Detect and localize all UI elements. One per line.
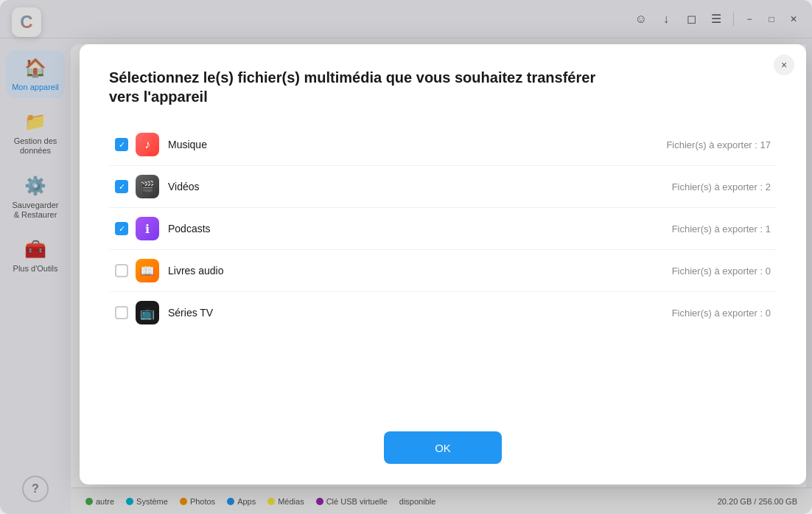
media-list: ✓ ♪ Musique Fichier(s) à exporter : 17 ✓… xyxy=(109,124,777,417)
media-item-musique[interactable]: ✓ ♪ Musique Fichier(s) à exporter : 17 xyxy=(109,124,777,166)
video-icon: 🎬 xyxy=(136,175,159,198)
media-count-musique: Fichier(s) à exporter : 17 xyxy=(666,139,771,150)
media-name-podcasts: Podcasts xyxy=(168,223,672,235)
ok-button[interactable]: OK xyxy=(384,431,502,464)
media-name-series-tv: Séries TV xyxy=(168,307,672,319)
tv-icon: 📺 xyxy=(136,301,159,324)
checkbox-videos[interactable]: ✓ xyxy=(115,180,128,193)
podcast-icon: ℹ xyxy=(136,217,159,240)
media-name-livres-audio: Livres audio xyxy=(168,265,672,277)
checkbox-livres-audio[interactable] xyxy=(115,264,128,277)
media-select-dialog: × Sélectionnez le(s) fichier(s) multiméd… xyxy=(80,44,806,485)
audiobook-icon: 📖 xyxy=(136,259,159,282)
dialog-title: Sélectionnez le(s) fichier(s) multimédia… xyxy=(109,68,610,106)
check-podcasts: ✓ xyxy=(119,224,125,234)
app-window: C ☺ ↓ ◻ ☰ − □ ✕ 🏠 Mon appareil 📁 Gestion… xyxy=(0,0,812,514)
media-count-podcasts: Fichier(s) à exporter : 1 xyxy=(672,223,771,235)
media-count-livres-audio: Fichier(s) à exporter : 0 xyxy=(672,265,771,277)
checkbox-podcasts[interactable]: ✓ xyxy=(115,222,128,235)
checkbox-musique[interactable]: ✓ xyxy=(115,138,128,151)
checkbox-series-tv[interactable] xyxy=(115,306,128,319)
media-item-series-tv[interactable]: 📺 Séries TV Fichier(s) à exporter : 0 xyxy=(109,292,777,333)
media-item-livres-audio[interactable]: 📖 Livres audio Fichier(s) à exporter : 0 xyxy=(109,250,777,292)
media-name-videos: Vidéos xyxy=(168,181,672,192)
dialog-footer: OK xyxy=(109,417,777,464)
check-musique: ✓ xyxy=(119,140,125,150)
check-videos: ✓ xyxy=(119,182,125,192)
media-count-videos: Fichier(s) à exporter : 2 xyxy=(672,181,771,192)
media-name-musique: Musique xyxy=(168,139,666,150)
media-item-videos[interactable]: ✓ 🎬 Vidéos Fichier(s) à exporter : 2 xyxy=(109,166,777,208)
media-item-podcasts[interactable]: ✓ ℹ Podcasts Fichier(s) à exporter : 1 xyxy=(109,208,777,250)
music-icon: ♪ xyxy=(136,133,159,156)
media-count-series-tv: Fichier(s) à exporter : 0 xyxy=(672,308,771,319)
dialog-close-button[interactable]: × xyxy=(774,55,794,75)
